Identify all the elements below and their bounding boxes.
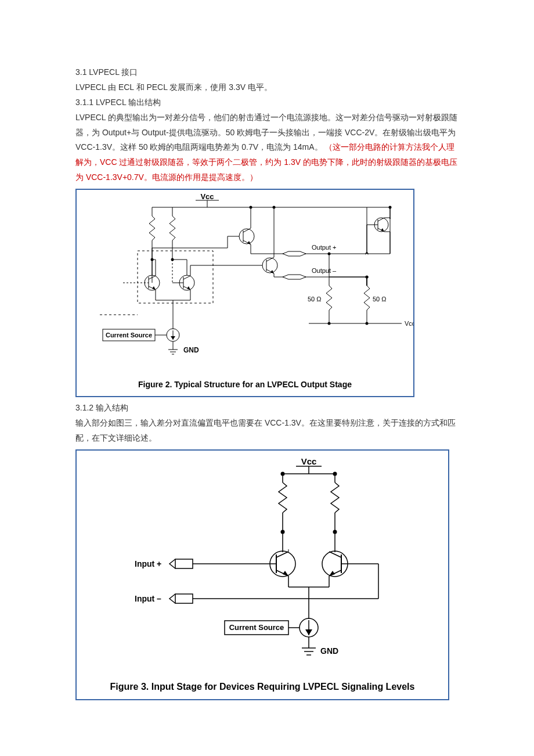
fig2-gnd-label: GND [183,346,199,354]
svg-marker-150 [305,629,312,635]
figure-3: Vcc [75,449,449,700]
svg-point-63 [273,206,276,209]
svg-marker-13 [152,286,156,290]
svg-marker-68 [283,275,306,279]
fig2-output-minus-label: Output – [312,267,337,274]
svg-point-55 [250,206,252,209]
fig3-input-minus-label: Input – [135,594,161,603]
svg-marker-31 [171,336,175,340]
fig2-vcc-2v-label: Vcc – 2 V [405,320,413,327]
svg-line-17 [183,276,190,279]
section-3-1-1-heading: 3.1.1 LVPECL 输出结构 [75,95,459,110]
section-3-1-1-paragraph: LVPECL 的典型输出为一对差分信号，他们的射击通过一个电流源接地。这一对差分… [75,110,459,185]
svg-point-92 [328,322,331,325]
fig2-current-source-label: Current Source [106,332,152,339]
figure-2: Vcc [75,189,414,397]
fig3-gnd-label: GND [320,646,338,656]
fig2-r50b-label: 50 Ω [373,296,387,303]
figure-3-caption: Figure 3. Input Stage for Devices Requir… [77,676,448,699]
svg-marker-128 [283,571,288,576]
fig3-vcc-label: Vcc [301,456,317,466]
svg-marker-136 [329,571,335,576]
section-3-1-heading: 3.1 LVPECL 接口 [75,65,459,80]
section-3-1-2-heading: 3.1.2 输入结构 [75,401,459,416]
document-page: 3.1 LVPECL 接口 LVPECL 由 ECL 和 PECL 发展而来，使… [0,0,534,756]
svg-marker-104 [381,228,384,232]
svg-marker-19 [187,286,190,290]
fig2-r50a-label: 50 Ω [308,296,322,303]
fig2-output-plus-label: Output + [312,244,337,251]
fig3-current-source-label: Current Source [229,623,284,632]
svg-point-49 [239,229,254,244]
figure-2-svg: Vcc [77,190,413,370]
svg-point-57 [262,258,277,273]
svg-rect-143 [175,594,193,603]
svg-line-134 [329,552,341,557]
svg-point-93 [366,322,369,325]
svg-marker-66 [283,251,306,256]
fig2-vcc-label: Vcc [200,192,214,201]
fig3-input-plus-label: Input + [135,559,161,568]
figure-2-caption: Figure 2. Typical Structure for an LVPEC… [77,375,413,396]
section-3-1-paragraph: LVPECL 由 ECL 和 PECL 发展而来，使用 3.3V 电平。 [75,80,459,95]
svg-rect-142 [175,559,193,568]
figure-3-svg: Vcc [77,451,448,671]
section-3-1-2-paragraph: 输入部分如图三，输入差分对直流偏置电平也需要在 VCC-1.3V。在这里要特别注… [75,416,459,446]
